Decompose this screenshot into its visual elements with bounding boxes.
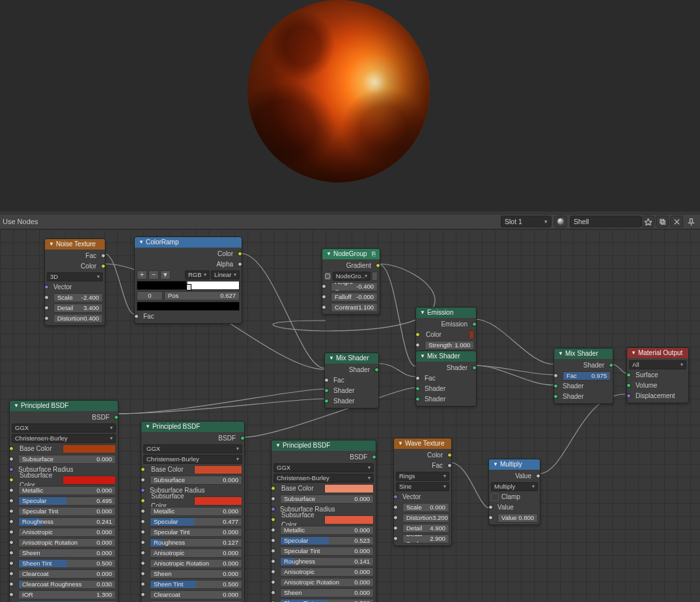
specular-slider[interactable]: Specular0.495	[18, 496, 116, 506]
specular-tint-slider[interactable]: Specular Tint0.000	[280, 547, 374, 556]
sheen-slider[interactable]: Sheen0.000	[18, 549, 116, 558]
base-color-input[interactable]: Base Color	[280, 484, 374, 493]
wave-profile-dropdown[interactable]: Sine	[396, 482, 449, 491]
fake-user-button[interactable]	[641, 216, 654, 227]
input-shader-1[interactable]: Shader	[327, 386, 376, 395]
remove-stop-button[interactable]: −	[148, 270, 159, 280]
distribution-dropdown[interactable]: GGX	[143, 444, 242, 453]
falloff-slider[interactable]: Falloff-0.000	[331, 293, 378, 302]
duplicate-button[interactable]	[656, 216, 669, 227]
slot-dropdown[interactable]: Slot 1	[501, 216, 552, 227]
output-mode-dropdown[interactable]: All	[629, 360, 686, 369]
node-title[interactable]: ▼Mix Shader	[416, 351, 476, 362]
input-value-1[interactable]: Value	[491, 502, 538, 512]
sheen-tint-slider[interactable]: Sheen Tint0.500	[280, 599, 374, 603]
output-color[interactable]: Color	[47, 261, 103, 271]
output-bsdf[interactable]: BSDF	[273, 452, 374, 462]
detail-slider[interactable]: Detail4.900	[402, 524, 449, 533]
subsurface-color-input[interactable]: Subsurface Color	[18, 476, 116, 485]
unlink-button[interactable]	[670, 216, 683, 227]
roughness-slider[interactable]: Roughness0.141	[280, 557, 374, 566]
distribution-dropdown[interactable]: GGX	[12, 423, 116, 433]
node-title[interactable]: ▼Mix Shader	[325, 353, 378, 364]
subsurface-slider[interactable]: Subsurface0.000	[18, 455, 116, 464]
output-color[interactable]: Color	[396, 450, 449, 460]
stop-menu-button[interactable]: ▾	[160, 270, 171, 280]
principled-bsdf-node-2[interactable]: ▼Principled BSDF BSDF GGX Christensen-Bu…	[141, 421, 245, 602]
value-slider[interactable]: Value0.800	[497, 513, 538, 523]
operation-dropdown[interactable]: Multiply	[491, 482, 538, 491]
multiply-node[interactable]: ▼Multiply Value Multiply Clamp Value Val…	[488, 459, 540, 525]
sheen-slider[interactable]: Sheen0.000	[280, 588, 374, 597]
pin-button[interactable]	[684, 216, 697, 227]
emission-node[interactable]: ▼Emission Emission Color Strength1.000	[415, 307, 477, 352]
subsurface-slider[interactable]: Subsurface0.000	[150, 476, 242, 485]
anisotropic-rotation-slider[interactable]: Anisotropic Rotation0.000	[18, 538, 116, 547]
output-color[interactable]: Color	[137, 249, 240, 259]
mix-shader-node-2[interactable]: ▼Mix Shader Shader Fac Shader Shader	[415, 351, 477, 407]
use-nodes-toggle[interactable]: Use Nodes	[3, 218, 38, 225]
noise-texture-node[interactable]: ▼Noise Texture Fac Color 3D Vector Scale…	[44, 238, 105, 326]
dimensions-dropdown[interactable]: 3D	[47, 272, 103, 281]
strength-slider[interactable]: Strength1.000	[425, 341, 474, 350]
principled-bsdf-node-3[interactable]: ▼Principled BSDF BSDF GGX Christensen-Bu…	[271, 440, 376, 602]
input-vector[interactable]: Vector	[47, 282, 103, 292]
output-bsdf[interactable]: BSDF	[143, 433, 242, 443]
input-displacement[interactable]: Displacement	[629, 391, 686, 401]
node-title[interactable]: ▼Multiply	[489, 459, 540, 470]
node-title[interactable]: ▼Principled BSDF	[10, 401, 118, 411]
height-slider[interactable]: Height O-0.400	[331, 282, 378, 291]
add-stop-button[interactable]: +	[137, 270, 147, 280]
sheen-slider[interactable]: Sheen0.000	[150, 569, 242, 579]
output-emission[interactable]: Emission	[418, 319, 474, 329]
input-fac[interactable]: Fac	[418, 373, 474, 383]
distribution-dropdown[interactable]: GGX	[273, 463, 374, 472]
color-input[interactable]: Color	[425, 330, 474, 339]
sss-method-dropdown[interactable]: Christensen-Burley	[273, 474, 374, 483]
metallic-slider[interactable]: Metallic0.000	[18, 486, 116, 495]
group-users-button[interactable]	[372, 272, 378, 281]
detail-slider[interactable]: Detail3.400	[53, 304, 103, 313]
nodegroup-node[interactable]: ▼NodeGroup⎘ Gradient NodeGro.. Height O-…	[322, 248, 380, 315]
distortion-slider[interactable]: Distortion0.400	[53, 314, 103, 323]
node-title[interactable]: ▼Noise Texture	[45, 239, 105, 250]
input-shader-1[interactable]: Shader	[556, 381, 611, 391]
output-value[interactable]: Value	[491, 471, 538, 481]
mix-shader-node-3[interactable]: ▼Mix Shader Shader Fac0.975 Shader Shade…	[553, 348, 613, 404]
material-name-input[interactable]: Shell	[570, 216, 641, 227]
group-name-input[interactable]: NodeGro..	[333, 272, 371, 281]
node-title[interactable]: ▼Principled BSDF	[272, 440, 376, 451]
group-browse-button[interactable]	[324, 272, 331, 281]
input-volume[interactable]: Volume	[629, 380, 686, 390]
output-bsdf[interactable]: BSDF	[12, 412, 116, 422]
output-fac[interactable]: Fac	[396, 461, 449, 470]
detail-scale-slider[interactable]: Detail Scale2.900	[402, 534, 449, 543]
principled-bsdf-node-1[interactable]: ▼Principled BSDF BSDF GGX Christensen-Bu…	[9, 400, 119, 602]
clearcoat-roughness-slider[interactable]: Clearcoat Roughness0.030	[18, 580, 116, 589]
stop-index[interactable]: 0	[137, 291, 163, 300]
subsurface-slider[interactable]: Subsurface0.000	[280, 494, 374, 504]
input-shader-2[interactable]: Shader	[418, 394, 474, 404]
node-title[interactable]: ▼NodeGroup⎘	[322, 249, 380, 259]
anisotropic-slider[interactable]: Anisotropic0.000	[18, 528, 116, 537]
scale-slider[interactable]: Scale0.000	[402, 503, 449, 512]
metallic-slider[interactable]: Metallic0.000	[280, 526, 374, 535]
contrast-slider[interactable]: Contrast1.100	[331, 303, 378, 312]
color-ramp-node[interactable]: ▼ColorRamp Color Alpha + − ▾ RGB Linear …	[134, 236, 242, 324]
stop-position[interactable]: Pos0.627	[164, 291, 240, 300]
roughness-slider[interactable]: Roughness0.241	[18, 517, 116, 526]
specular-slider[interactable]: Specular0.523	[280, 536, 374, 545]
output-alpha[interactable]: Alpha	[137, 259, 240, 269]
output-shader[interactable]: Shader	[556, 360, 611, 370]
input-fac[interactable]: Fac	[137, 311, 240, 321]
mix-shader-node-1[interactable]: ▼Mix Shader Shader Fac Shader Shader	[324, 352, 379, 408]
node-title[interactable]: ▼Emission	[416, 308, 476, 318]
anisotropic-slider[interactable]: Anisotropic0.000	[150, 549, 242, 558]
scale-slider[interactable]: Scale-2.400	[53, 293, 103, 302]
specular-tint-slider[interactable]: Specular Tint0.000	[18, 507, 116, 516]
wave-type-dropdown[interactable]: Rings	[396, 472, 449, 481]
rgb-mode-dropdown[interactable]: RGB	[185, 270, 210, 280]
distortion-slider[interactable]: Distortion3.200	[402, 513, 449, 523]
wave-texture-node[interactable]: ▼Wave Texture Color Fac Rings Sine Vecto…	[393, 438, 452, 546]
stop-color-swatch[interactable]	[137, 302, 240, 311]
